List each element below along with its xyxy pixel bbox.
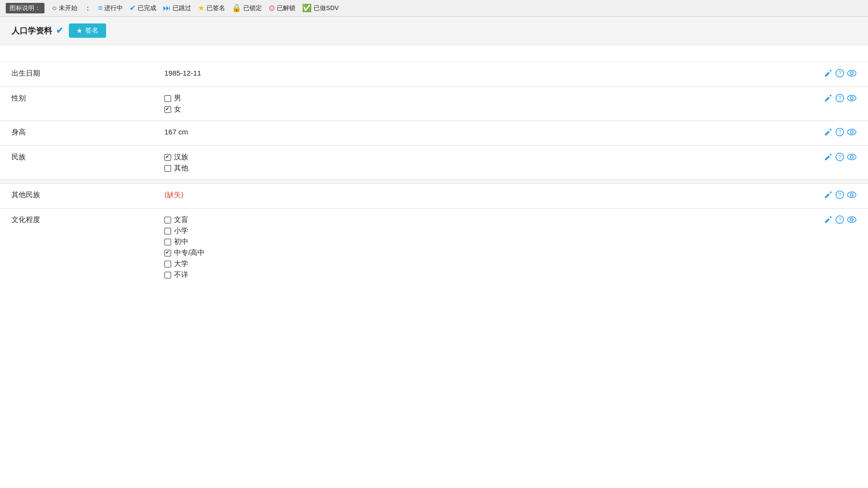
legend-sep1: ： — [84, 4, 91, 13]
field-actions-4: ? — [810, 184, 868, 209]
help-icon[interactable]: ? — [835, 153, 844, 164]
svg-point-10 — [847, 129, 856, 135]
check-option[interactable]: 女 — [164, 105, 798, 114]
help-icon[interactable]: ? — [835, 128, 844, 139]
completed-icon: ✔ — [130, 4, 136, 12]
svg-point-11 — [850, 131, 853, 133]
svg-point-22 — [847, 217, 856, 222]
check-option-label: 其他 — [174, 164, 188, 173]
locked-icon: 🔒 — [232, 4, 241, 12]
sign-button[interactable]: ★ 签名 — [69, 23, 106, 38]
help-icon[interactable]: ? — [835, 94, 844, 105]
check-option-label: 汉族 — [174, 153, 188, 162]
form-row-3: 民族汉族其他? — [0, 146, 868, 180]
form-row-1: 性别男女? — [0, 87, 868, 121]
field-value-5: 文盲小学初中中专/高中大学不详 — [153, 209, 810, 287]
svg-text:?: ? — [838, 70, 841, 76]
form-row-5: 文化程度文盲小学初中中专/高中大学不详? — [0, 209, 868, 287]
checkbox-empty-icon — [164, 239, 171, 245]
checkbox-checked-icon — [164, 106, 171, 113]
legend-label-signed: 已签名 — [206, 4, 225, 12]
check-option[interactable]: 中专/高中 — [164, 248, 798, 257]
checkbox-empty-icon — [164, 165, 171, 172]
edit-icon[interactable] — [824, 215, 833, 226]
checkbox-empty-icon — [164, 261, 171, 267]
field-label-5: 文化程度 — [0, 209, 153, 287]
edit-icon[interactable] — [824, 190, 833, 201]
check-option[interactable]: 汉族 — [164, 153, 798, 162]
legend-label-in-progress: 进行中 — [104, 4, 123, 12]
check-option-label: 大学 — [174, 259, 188, 268]
svg-point-15 — [850, 155, 853, 158]
svg-point-23 — [850, 218, 853, 221]
field-label-1: 性别 — [0, 87, 153, 121]
svg-text:?: ? — [838, 217, 841, 222]
field-actions-0: ? — [810, 62, 868, 87]
check-option[interactable]: 文盲 — [164, 215, 798, 224]
svg-point-19 — [850, 193, 853, 196]
legend-items: ○ 未开始 ： ≡ 进行中 ✔ 已完成 ⏭ 已跳过 ★ 已签名 🔒 已锁定 ⊙ … — [52, 4, 339, 13]
check-option[interactable]: 大学 — [164, 259, 798, 268]
check-option-label: 初中 — [174, 237, 188, 246]
check-option[interactable]: 小学 — [164, 226, 798, 235]
legend-item-locked: 🔒 已锁定 — [232, 4, 262, 12]
field-label-4: 其他民族 — [0, 184, 153, 209]
svg-point-3 — [850, 72, 853, 75]
form-row-2: 身高167 cm? — [0, 121, 868, 146]
view-icon[interactable] — [847, 215, 857, 226]
svg-point-2 — [847, 70, 856, 76]
check-option-label: 女 — [174, 105, 181, 114]
section-title: 人口学资料 ✔ — [11, 25, 63, 36]
check-option[interactable]: 男 — [164, 94, 798, 103]
legend-bar: 图标说明： ○ 未开始 ： ≡ 进行中 ✔ 已完成 ⏭ 已跳过 ★ 已签名 🔒 … — [0, 0, 868, 17]
view-icon[interactable] — [847, 128, 857, 139]
view-icon[interactable] — [847, 69, 857, 80]
svg-text:?: ? — [838, 95, 841, 101]
svg-text:?: ? — [838, 192, 841, 198]
check-option[interactable]: 其他 — [164, 164, 798, 173]
checkbox-checked-icon — [164, 154, 171, 161]
checkbox-empty-icon — [164, 272, 171, 278]
legend-item-sdv: ✅ 已做SDV — [302, 4, 339, 12]
help-icon[interactable]: ? — [835, 69, 844, 80]
legend-label-skipped: 已跳过 — [173, 4, 191, 12]
unlocked-icon: ⊙ — [269, 4, 275, 12]
form-table: 出生日期1985-12-11?性别男女?身高167 cm?民族汉族其他?其他民族… — [0, 62, 868, 286]
section-title-text: 人口学资料 — [11, 25, 52, 36]
legend-label-unlocked: 已解锁 — [277, 4, 295, 12]
legend-item-in-progress: ≡ 进行中 — [98, 4, 123, 12]
section-separator — [0, 180, 868, 184]
skipped-icon: ⏭ — [163, 4, 171, 12]
checkbox-empty-icon — [164, 217, 171, 223]
legend-label-locked: 已锁定 — [243, 4, 262, 12]
edit-icon[interactable] — [824, 69, 833, 80]
field-actions-1: ? — [810, 87, 868, 121]
field-label-3: 民族 — [0, 146, 153, 180]
svg-text:?: ? — [838, 129, 841, 135]
check-option[interactable]: 初中 — [164, 237, 798, 246]
legend-label-not-started: 未开始 — [59, 4, 77, 12]
view-icon[interactable] — [847, 94, 857, 105]
check-option[interactable]: 不详 — [164, 270, 798, 279]
legend-item-signed: ★ 已签名 — [198, 4, 225, 12]
svg-point-6 — [847, 95, 856, 101]
svg-text:?: ? — [838, 154, 841, 160]
view-icon[interactable] — [847, 190, 857, 201]
legend-item-skipped: ⏭ 已跳过 — [163, 4, 191, 12]
edit-icon[interactable] — [824, 128, 833, 139]
help-icon[interactable]: ? — [835, 215, 844, 226]
check-option-label: 小学 — [174, 226, 188, 235]
field-label-0: 出生日期 — [0, 62, 153, 87]
field-actions-2: ? — [810, 121, 868, 146]
sdv-icon: ✅ — [302, 4, 312, 12]
field-value-2: 167 cm — [153, 121, 810, 146]
help-icon[interactable]: ? — [835, 190, 844, 201]
field-value-0: 1985-12-11 — [153, 62, 810, 87]
edit-icon[interactable] — [824, 94, 833, 105]
legend-item-completed: ✔ 已完成 — [130, 4, 156, 12]
legend-item-unlocked: ⊙ 已解锁 — [269, 4, 295, 12]
field-actions-5: ? — [810, 209, 868, 287]
form-row-0: 出生日期1985-12-11? — [0, 62, 868, 87]
view-icon[interactable] — [847, 153, 857, 164]
edit-icon[interactable] — [824, 153, 833, 164]
